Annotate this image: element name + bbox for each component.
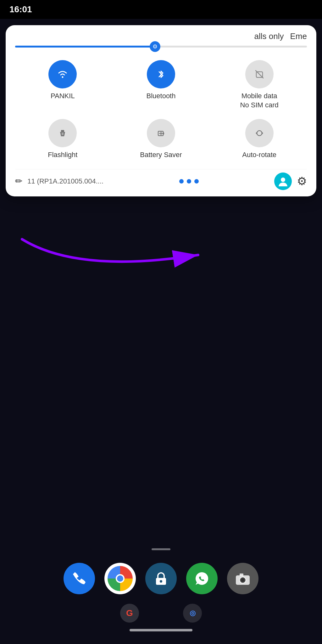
panel-bottom-left: ✏ 11 (RP1A.201005.004.... <box>15 176 103 186</box>
calls-only-label: alls only <box>254 31 284 41</box>
panel-bottom-bar: ✏ 11 (RP1A.201005.004.... ⚙ <box>15 169 307 190</box>
bluetooth-tile-label: Bluetooth <box>147 92 176 101</box>
tile-auto-rotate[interactable]: Auto-rotate <box>212 116 307 163</box>
spacer <box>152 604 170 623</box>
status-time: 16:01 <box>9 4 32 14</box>
auto-rotate-icon <box>253 126 266 140</box>
dock-app-camera[interactable] <box>227 563 258 594</box>
brightness-slider-track[interactable]: ⚙ <box>15 46 307 48</box>
google-bar: G ◎ <box>120 604 202 623</box>
chrome-icon <box>108 566 133 591</box>
edit-icon[interactable]: ✏ <box>15 176 22 186</box>
panel-bottom-right: ⚙ <box>274 172 307 190</box>
tile-battery-saver[interactable]: Battery Saver <box>114 116 209 163</box>
battery-saver-icon-circle[interactable] <box>147 119 175 147</box>
google-assistant-icon: ◎ <box>190 609 196 617</box>
svg-point-14 <box>253 126 266 140</box>
flashlight-icon-circle[interactable] <box>48 119 77 147</box>
home-screen-dock: G ◎ <box>0 487 322 644</box>
svg-rect-7 <box>61 130 64 132</box>
user-icon[interactable] <box>274 172 292 190</box>
svg-point-20 <box>160 580 162 583</box>
flashlight-tile-label: Flashlight <box>48 150 77 160</box>
emergency-label: Eme <box>290 31 307 41</box>
svg-rect-11 <box>163 133 164 134</box>
tile-flashlight[interactable]: Flashlight <box>15 116 110 163</box>
svg-rect-8 <box>62 133 64 135</box>
dot-3 <box>194 179 199 184</box>
bluetooth-icon-circle[interactable] <box>147 60 175 88</box>
dot-2 <box>187 179 191 184</box>
navigation-bar <box>130 629 192 631</box>
auto-rotate-tile-label: Auto-rotate <box>242 150 276 160</box>
battery-saver-icon <box>154 126 168 140</box>
panel-top-bar: alls only Eme <box>15 31 307 41</box>
battery-saver-tile-label: Battery Saver <box>140 150 182 160</box>
dock-app-phone[interactable] <box>64 563 95 594</box>
status-bar: 16:01 <box>0 0 322 19</box>
pagination-dots <box>179 179 199 184</box>
svg-point-23 <box>241 578 245 582</box>
dock-row <box>64 563 258 594</box>
sim-card-off-icon <box>253 67 266 81</box>
user-avatar-icon <box>278 176 288 186</box>
lock-icon <box>153 570 169 587</box>
settings-gear-icon[interactable]: ⚙ <box>297 175 307 188</box>
tile-bluetooth[interactable]: Bluetooth <box>114 57 209 113</box>
quick-tiles-grid: PANKIL Bluetooth Mobile data <box>15 57 307 163</box>
phone-icon <box>70 570 88 587</box>
auto-rotate-icon-circle[interactable] <box>245 119 274 147</box>
chrome-inner-circle <box>116 574 125 583</box>
google-icon[interactable]: G <box>120 604 139 623</box>
wifi-icon <box>56 67 69 81</box>
brightness-slider-fill <box>15 46 155 48</box>
quick-settings-panel: alls only Eme ⚙ PANKIL <box>6 25 316 196</box>
dock-app-chrome[interactable] <box>104 563 136 594</box>
mobile-data-icon-circle[interactable] <box>245 60 274 88</box>
tile-mobile-data[interactable]: Mobile data No SIM card <box>212 57 307 113</box>
brightness-thumb[interactable]: ⚙ <box>150 41 160 52</box>
build-number-text: 11 (RP1A.201005.004.... <box>27 177 103 185</box>
camera-icon <box>234 570 252 587</box>
tile-wifi[interactable]: PANKIL <box>15 57 110 113</box>
dock-app-lock[interactable] <box>145 563 177 594</box>
brightness-gear-icon: ⚙ <box>153 43 158 50</box>
svg-point-17 <box>281 178 285 182</box>
brightness-row[interactable]: ⚙ <box>15 46 307 48</box>
dock-app-whatsapp[interactable] <box>186 563 218 594</box>
svg-point-1 <box>62 76 64 78</box>
dot-1 <box>179 179 184 184</box>
google-icon-2[interactable]: ◎ <box>183 604 202 623</box>
wifi-icon-circle[interactable] <box>48 60 77 88</box>
wifi-tile-label: PANKIL <box>51 92 75 101</box>
google-g-letter: G <box>126 608 133 618</box>
mobile-data-tile-label: Mobile data No SIM card <box>240 92 279 110</box>
app-drawer-handle[interactable] <box>152 548 170 550</box>
svg-rect-24 <box>240 573 243 576</box>
bluetooth-icon <box>154 67 168 81</box>
whatsapp-icon <box>193 570 211 587</box>
flashlight-icon <box>56 126 69 140</box>
